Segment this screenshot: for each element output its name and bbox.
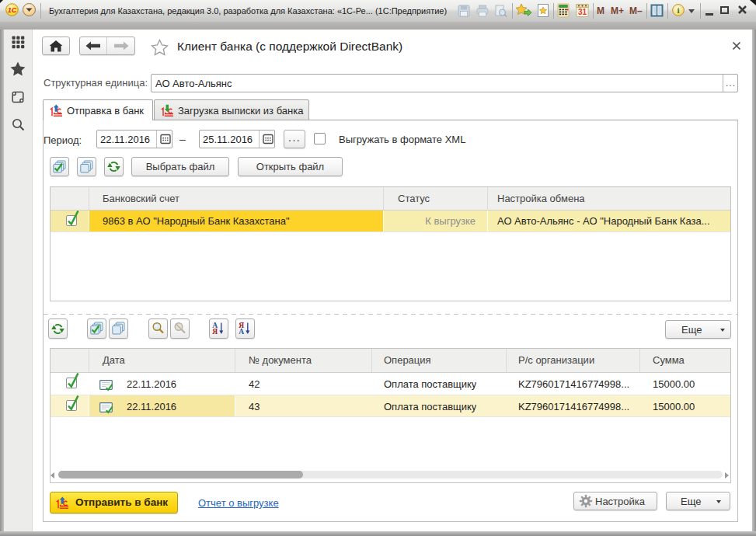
svg-text:Я: Я [212,328,218,336]
svg-text:А: А [239,328,244,336]
svg-text:i: i [677,5,679,15]
svg-text:31: 31 [578,8,587,16]
svg-text:1С: 1С [8,6,17,14]
